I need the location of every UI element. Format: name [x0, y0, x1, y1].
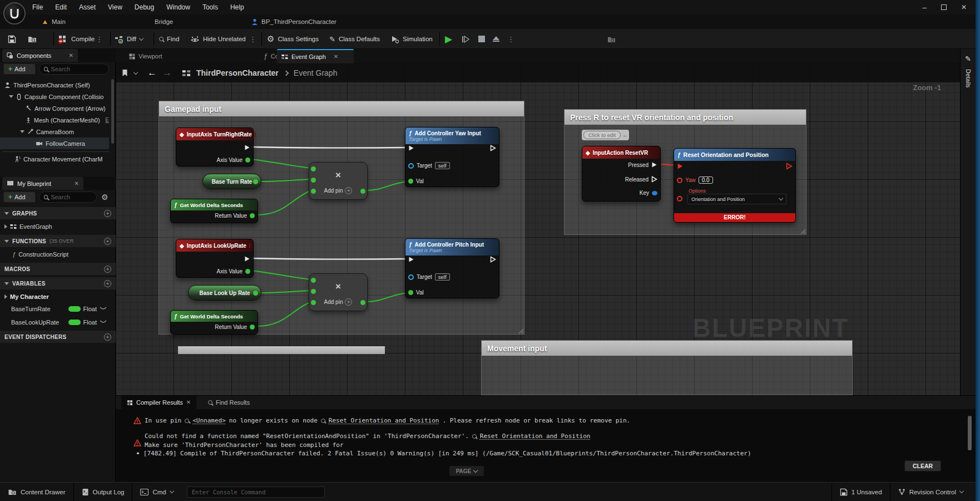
- cmd-dropdown[interactable]: Cmd: [132, 483, 181, 501]
- pin-bubble-icon[interactable]: ↔: [622, 132, 627, 138]
- close-tab-icon[interactable]: ✕: [334, 54, 338, 60]
- pressed-pin[interactable]: Pressed: [628, 161, 657, 168]
- content-drawer-button[interactable]: Content Drawer: [0, 483, 73, 501]
- page-dropdown[interactable]: PAGE: [449, 466, 484, 476]
- exec-out-pin[interactable]: [786, 163, 793, 170]
- add-pin-button[interactable]: Add pin+: [309, 298, 367, 306]
- components-panel-tab[interactable]: Components ✕: [2, 49, 78, 62]
- find-button[interactable]: Find: [157, 29, 181, 49]
- axis-value-pin[interactable]: Axis Value: [216, 268, 250, 274]
- hide-unrelated-options-button[interactable]: ⋮: [247, 29, 259, 49]
- blueprint-search[interactable]: [39, 191, 97, 203]
- class-settings-button[interactable]: ⚙ Class Settings: [265, 29, 321, 49]
- menu-asset[interactable]: Asset: [79, 3, 96, 11]
- released-pin[interactable]: Released: [625, 176, 657, 183]
- search-icon[interactable]: [321, 419, 325, 423]
- exec-out-pin[interactable]: [244, 144, 250, 151]
- node-inputaxis-lookuprate[interactable]: ◆ InputAxis LookUpRate Axis Value: [176, 239, 254, 278]
- options-dropdown[interactable]: Orientation and Position: [687, 194, 786, 204]
- node-header[interactable]: ƒ Get World Delta Seconds: [171, 311, 258, 322]
- yaw-pin[interactable]: Yaw 0.0: [677, 176, 713, 184]
- exec-in-pin[interactable]: [677, 163, 684, 170]
- axis-value-pin[interactable]: Axis Value: [216, 157, 250, 163]
- search-icon[interactable]: [185, 419, 189, 423]
- message-link[interactable]: Reset Orientation and Position: [480, 433, 591, 440]
- node-multiply-2[interactable]: × Add pin+: [309, 273, 368, 311]
- frame-skip-button[interactable]: [459, 29, 472, 49]
- blueprint-search-input[interactable]: [51, 194, 92, 200]
- eye-closed-icon[interactable]: [100, 307, 107, 311]
- play-button[interactable]: ▶: [443, 29, 454, 49]
- close-icon[interactable]: ✕: [75, 181, 79, 186]
- blueprint-add-button[interactable]: + Add: [3, 191, 36, 203]
- unreal-logo-icon[interactable]: [3, 2, 26, 24]
- unsaved-button[interactable]: * 1 Unsaved: [832, 483, 890, 501]
- component-row-movement[interactable]: Character Movement (CharM: [0, 153, 109, 165]
- compile-options-button[interactable]: ⋮: [93, 29, 106, 49]
- node-header[interactable]: ◆ InputAxis TurnRightRate: [176, 128, 253, 140]
- component-row-capsule[interactable]: Capsule Component (Collisio: [0, 91, 109, 102]
- components-search-input[interactable]: [51, 66, 104, 72]
- constructionscript-row[interactable]: ƒ ConstructionScript: [0, 248, 109, 260]
- target-pin[interactable]: Target self: [408, 273, 450, 281]
- val-pin[interactable]: Val: [408, 289, 424, 296]
- component-row-arrow[interactable]: Arrow Component (Arrow): [0, 102, 109, 114]
- components-search[interactable]: [39, 63, 109, 75]
- return-value-pin[interactable]: Return Value: [215, 324, 255, 330]
- message-link[interactable]: <Unnamed>: [192, 417, 226, 424]
- compiler-scrollbar[interactable]: [968, 412, 972, 479]
- eye-closed-icon[interactable]: [100, 320, 107, 324]
- component-row-cameraboom[interactable]: CameraBoom: [0, 126, 109, 137]
- return-value-pin[interactable]: Return Value: [215, 213, 255, 219]
- self-value-box[interactable]: self: [435, 162, 450, 169]
- save-button[interactable]: [6, 29, 18, 49]
- tab-find-results[interactable]: Find Results: [202, 396, 255, 409]
- node-inputaxis-turnrightrate[interactable]: ◆ InputAxis TurnRightRate Axis Value: [176, 127, 254, 166]
- menu-debug[interactable]: Debug: [135, 3, 154, 11]
- add-macro-icon[interactable]: +: [104, 266, 111, 273]
- revision-control-button[interactable]: Revision Control: [890, 483, 971, 501]
- browse-asset-button[interactable]: [26, 29, 39, 49]
- search-icon[interactable]: [472, 434, 477, 439]
- exec-out-pin[interactable]: [490, 256, 496, 263]
- node-header[interactable]: ◆ InputAxis LookUpRate: [176, 239, 253, 252]
- comment-resize-grip[interactable]: [517, 327, 524, 334]
- menu-file[interactable]: File: [32, 3, 43, 11]
- exec-out-pin[interactable]: [244, 256, 250, 262]
- variable-category-row[interactable]: My Character: [0, 291, 109, 302]
- key-pin[interactable]: Key: [640, 190, 657, 196]
- add-graph-icon[interactable]: +: [104, 210, 111, 217]
- graphs-section-header[interactable]: GRAPHS +: [0, 207, 116, 219]
- maximize-icon[interactable]: [941, 4, 947, 10]
- node-header[interactable]: ƒ Add Controller Pitch Input Target is P…: [405, 239, 499, 256]
- compile-button[interactable]: Compile: [56, 29, 97, 49]
- variables-section-header[interactable]: VARIABLES +: [0, 277, 116, 289]
- bridge-window-tab[interactable]: Bridge: [155, 14, 173, 29]
- variable-row-baselookuprate[interactable]: BaseLookUpRate Float: [0, 316, 109, 328]
- comment-resize-grip[interactable]: [799, 228, 806, 234]
- val-pin[interactable]: Val: [408, 178, 424, 184]
- eject-button[interactable]: [491, 29, 502, 49]
- yaw-value-box[interactable]: 0.0: [699, 176, 713, 184]
- node-multiply-1[interactable]: × Add pin+: [309, 162, 368, 200]
- expander-icon[interactable]: [20, 130, 24, 133]
- bp-thirdpersoncharacter-tab[interactable]: BP_ThirdPersonCharacter: [251, 14, 336, 29]
- component-row-self[interactable]: ThirdPersonCharacter (Self): [0, 79, 109, 91]
- exec-out-pin[interactable]: [490, 145, 496, 151]
- details-side-tab[interactable]: ✎ Details: [960, 49, 976, 395]
- exec-in-pin[interactable]: [408, 145, 414, 151]
- stop-button[interactable]: [476, 29, 487, 49]
- hide-unrelated-button[interactable]: Hide Unrelated: [188, 29, 248, 49]
- play-options-button[interactable]: ⋮: [505, 29, 517, 49]
- eventgraph-row[interactable]: EventGraph: [0, 220, 109, 232]
- target-pin[interactable]: Target self: [408, 162, 450, 169]
- menu-help[interactable]: Help: [230, 3, 244, 11]
- console-command-field[interactable]: [187, 487, 325, 498]
- component-row-followcamera[interactable]: FollowCamera: [0, 137, 109, 149]
- event-graph-canvas[interactable]: BLUEPRINT Gamepad input Press R to reset…: [116, 63, 960, 395]
- menu-view[interactable]: View: [108, 3, 122, 11]
- comment-bubble-text[interactable]: Click to edit: [583, 131, 621, 139]
- macros-section-header[interactable]: MACROS +: [0, 263, 116, 275]
- node-add-controller-yaw-input[interactable]: ƒ Add Controller Yaw Input Target is Paw…: [405, 127, 499, 187]
- component-row-mesh[interactable]: Mesh (CharacterMesh0) E: [0, 114, 109, 126]
